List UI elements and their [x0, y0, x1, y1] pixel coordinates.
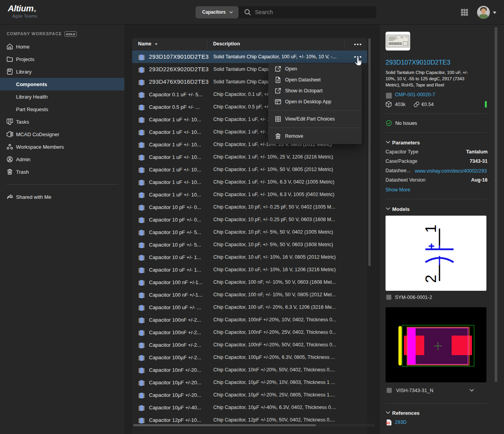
svg-text:2: 2 — [423, 275, 439, 283]
svg-text:PDF: PDF — [387, 422, 391, 424]
svg-text:1: 1 — [423, 225, 439, 233]
